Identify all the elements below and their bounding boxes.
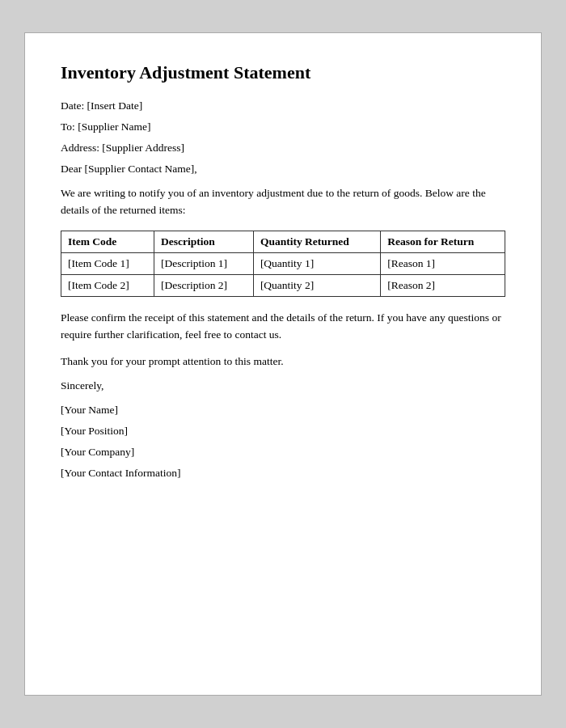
document-container: Inventory Adjustment Statement Date: [In…: [24, 32, 542, 696]
col-header-quantity-returned: Quantity Returned: [253, 231, 380, 252]
cell-item-code-1: [Item Code 1]: [61, 252, 154, 274]
thank-you-line: Thank you for your prompt attention to t…: [61, 355, 505, 368]
date-line: Date: [Insert Date]: [61, 99, 505, 112]
col-header-description: Description: [154, 231, 253, 252]
col-header-item-code: Item Code: [61, 231, 154, 252]
cell-description-2: [Description 2]: [154, 274, 253, 296]
col-header-reason: Reason for Return: [381, 231, 505, 252]
items-table: Item Code Description Quantity Returned …: [61, 231, 505, 297]
cell-quantity-2: [Quantity 2]: [253, 274, 380, 296]
intro-paragraph: We are writing to notify you of an inven…: [61, 185, 505, 219]
table-row: [Item Code 1] [Description 1] [Quantity …: [61, 252, 505, 274]
table-row: [Item Code 2] [Description 2] [Quantity …: [61, 274, 505, 296]
document-title: Inventory Adjustment Statement: [61, 62, 505, 83]
table-header-row: Item Code Description Quantity Returned …: [61, 231, 505, 252]
sincerely-line: Sincerely,: [61, 379, 505, 392]
cell-description-1: [Description 1]: [154, 252, 253, 274]
cell-reason-1: [Reason 1]: [381, 252, 505, 274]
cell-item-code-2: [Item Code 2]: [61, 274, 154, 296]
to-line: To: [Supplier Name]: [61, 121, 505, 133]
cell-quantity-1: [Quantity 1]: [253, 252, 380, 274]
dear-line: Dear [Supplier Contact Name],: [61, 163, 505, 176]
your-company-line: [Your Company]: [61, 446, 505, 459]
your-position-line: [Your Position]: [61, 425, 505, 438]
cell-reason-2: [Reason 2]: [381, 274, 505, 296]
address-line: Address: [Supplier Address]: [61, 142, 505, 154]
your-name-line: [Your Name]: [61, 404, 505, 417]
closing-paragraph: Please confirm the receipt of this state…: [61, 310, 505, 344]
your-contact-line: [Your Contact Information]: [61, 467, 505, 480]
